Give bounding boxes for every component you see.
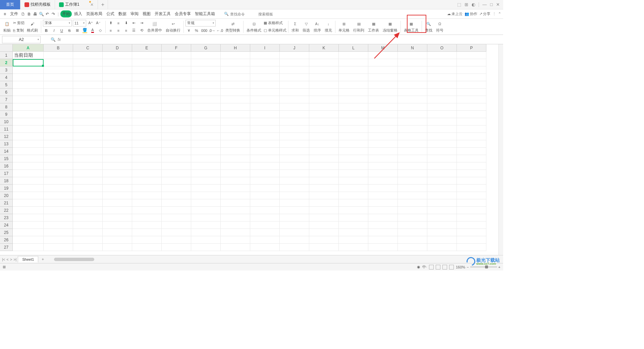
formula-input[interactable] [63,37,503,42]
cell-M20[interactable] [368,192,398,199]
cell-M15[interactable] [368,155,398,162]
cell-K19[interactable] [309,185,339,192]
cell-F18[interactable] [162,177,191,185]
cell-D3[interactable] [103,66,132,74]
cell-I5[interactable] [250,81,280,89]
font-size-select[interactable]: 11▾ [73,20,86,27]
row-header-18[interactable]: 18 [0,177,13,185]
cell-B18[interactable] [44,177,73,185]
cell-B26[interactable] [44,236,73,244]
cell-D18[interactable] [103,177,132,185]
cell-A25[interactable] [13,229,44,236]
cell-H7[interactable] [221,96,250,103]
cell-C6[interactable] [73,89,103,96]
cell-A4[interactable] [13,74,44,81]
fx-icon[interactable]: fx [58,37,61,42]
cell-K27[interactable] [309,244,339,251]
cell-O10[interactable] [427,118,457,126]
cell-J17[interactable] [280,170,309,177]
cell-J7[interactable] [280,96,309,103]
cell-N3[interactable] [398,66,427,74]
cell-M16[interactable] [368,162,398,170]
sheet-nav-prev[interactable]: < [6,257,8,261]
rowcol-button[interactable]: ▤行和列 [352,20,366,34]
cell-O12[interactable] [427,133,457,140]
user-icon[interactable]: ◐ [472,2,475,7]
freeze-button[interactable]: ▦冻结窗格 [381,20,399,34]
cell-E18[interactable] [132,177,162,185]
column-header-G[interactable]: G [191,44,221,52]
cell-K14[interactable] [309,148,339,155]
cell-D6[interactable] [103,89,132,96]
preview-icon[interactable]: 🔍 [39,11,44,17]
cell-I14[interactable] [250,148,280,155]
cell-D16[interactable] [103,162,132,170]
cell-E20[interactable] [132,192,162,199]
cell-D13[interactable] [103,140,132,148]
cell-B11[interactable] [44,126,73,133]
cell-H26[interactable] [221,236,250,244]
cell-H4[interactable] [221,74,250,81]
cell-N17[interactable] [398,170,427,177]
cell-K20[interactable] [309,192,339,199]
cell-L8[interactable] [339,103,368,111]
cell-M13[interactable] [368,140,398,148]
border-button[interactable]: ⊞ [74,27,80,34]
number-format-select[interactable]: 常规▾ [185,20,216,27]
view-break-icon[interactable] [442,265,447,269]
cell-C10[interactable] [73,118,103,126]
cell-F3[interactable] [162,66,191,74]
align-bottom-icon[interactable]: ⬇ [123,20,129,27]
cell-O1[interactable] [427,52,457,59]
column-header-A[interactable]: A [13,44,44,52]
cell-B2[interactable] [44,59,73,66]
cell-J24[interactable] [280,221,309,229]
cell-O4[interactable] [427,74,457,81]
cell-P3[interactable] [457,66,486,74]
cell-E11[interactable] [132,126,162,133]
column-header-H[interactable]: H [221,44,250,52]
window-maximize[interactable]: □ [490,2,493,7]
cell-O23[interactable] [427,214,457,221]
table-tools-button[interactable]: ▦表格工具 [402,20,420,34]
cell-E10[interactable] [132,118,162,126]
cell-A8[interactable] [13,103,44,111]
sum-button[interactable]: Σ求和 [290,20,300,34]
cell-C4[interactable] [73,74,103,81]
cell-G1[interactable] [191,52,221,59]
cell-K1[interactable] [309,52,339,59]
cell-N21[interactable] [398,199,427,207]
cell-K24[interactable] [309,221,339,229]
cell-K3[interactable] [309,66,339,74]
paste-button[interactable]: 📋 粘贴 [2,20,12,34]
cell-M24[interactable] [368,221,398,229]
view-normal-icon[interactable] [429,265,434,269]
align-middle-icon[interactable]: ≡ [115,20,122,27]
row-header-9[interactable]: 9 [0,111,13,118]
cell-H2[interactable] [221,59,250,66]
cell-J11[interactable] [280,126,309,133]
cell-I15[interactable] [250,155,280,162]
collab-button[interactable]: 👥协作 [465,11,477,16]
cell-K26[interactable] [309,236,339,244]
cell-I22[interactable] [250,207,280,214]
cell-I26[interactable] [250,236,280,244]
zoom-value[interactable]: 160% [456,265,465,269]
cell-L23[interactable] [339,214,368,221]
menu-page-layout[interactable]: 页面布局 [85,10,104,17]
cell-K2[interactable] [309,59,339,66]
cell-F8[interactable] [162,103,191,111]
cell-C2[interactable] [73,59,103,66]
cell-G19[interactable] [191,185,221,192]
cell-D7[interactable] [103,96,132,103]
row-header-21[interactable]: 21 [0,199,13,207]
print-icon[interactable]: 🖶 [33,11,38,17]
save-icon[interactable]: 🗋 [20,11,26,17]
cell-I3[interactable] [250,66,280,74]
row-header-2[interactable]: 2 [0,59,13,66]
window-close[interactable]: ✕ [496,2,500,7]
cell-G27[interactable] [191,244,221,251]
cell-L24[interactable] [339,221,368,229]
cell-A12[interactable] [13,133,44,140]
cell-I18[interactable] [250,177,280,185]
